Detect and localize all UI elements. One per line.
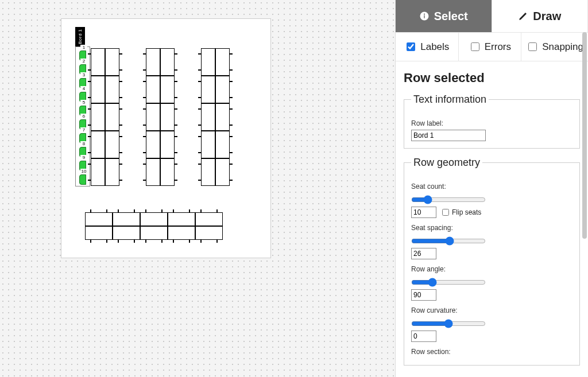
table-group-1[interactable] bbox=[91, 48, 119, 186]
row-angle-label: Row angle: bbox=[411, 265, 572, 273]
seat[interactable] bbox=[146, 76, 160, 103]
seat[interactable] bbox=[160, 131, 175, 158]
toggle-errors-label: Errors bbox=[485, 41, 511, 53]
view-toggles: Labels Errors Snapping bbox=[396, 32, 588, 61]
seat[interactable] bbox=[215, 76, 230, 103]
seat[interactable] bbox=[113, 212, 140, 226]
toggle-labels[interactable]: Labels bbox=[396, 33, 459, 61]
toggle-snapping-checkbox[interactable] bbox=[528, 42, 537, 51]
info-icon bbox=[419, 11, 430, 21]
svg-point-2 bbox=[424, 14, 425, 15]
design-canvas[interactable]: Bord 1 bbox=[0, 0, 395, 377]
seat-count-slider[interactable] bbox=[411, 195, 486, 204]
flip-seats-label: Flip seats bbox=[452, 208, 481, 216]
selected-seat-marker[interactable] bbox=[79, 174, 86, 185]
svg-rect-1 bbox=[424, 15, 425, 18]
selected-row-tag[interactable]: Bord 1 bbox=[75, 27, 85, 46]
seat[interactable] bbox=[146, 158, 160, 186]
seat[interactable] bbox=[160, 103, 175, 131]
seat[interactable] bbox=[201, 131, 215, 158]
seat[interactable] bbox=[140, 226, 168, 240]
row-geometry-group: Row geometry Seat count: Flip seats Seat… bbox=[404, 157, 580, 366]
row-section-label: Row section: bbox=[411, 348, 572, 356]
seat[interactable] bbox=[160, 158, 175, 186]
toggle-snapping[interactable]: Snapping bbox=[521, 33, 588, 61]
seat-number: 5 bbox=[80, 100, 87, 105]
inspector-panel: Select Draw Labels Errors Snapping Row s… bbox=[395, 0, 588, 377]
seat[interactable] bbox=[105, 158, 119, 186]
flip-seats[interactable]: Flip seats bbox=[440, 207, 481, 217]
pencil-icon bbox=[518, 11, 528, 21]
tab-select[interactable]: Select bbox=[396, 0, 492, 32]
seat[interactable] bbox=[146, 103, 160, 131]
tab-draw[interactable]: Draw bbox=[492, 0, 589, 32]
seat[interactable] bbox=[195, 226, 223, 240]
seat[interactable] bbox=[91, 131, 105, 158]
seat[interactable] bbox=[168, 212, 195, 226]
row-label-label: Row label: bbox=[411, 119, 572, 127]
seat[interactable] bbox=[105, 76, 119, 103]
seat-count-label: Seat count: bbox=[411, 182, 572, 191]
flip-seats-checkbox[interactable] bbox=[442, 209, 449, 216]
seat-number: 4 bbox=[80, 86, 87, 91]
seat-spacing-label: Seat spacing: bbox=[411, 224, 572, 232]
seat-number: 6 bbox=[80, 114, 87, 119]
seat[interactable] bbox=[201, 103, 215, 131]
seat[interactable] bbox=[105, 131, 119, 158]
seat[interactable] bbox=[160, 48, 175, 76]
seat[interactable] bbox=[201, 158, 215, 186]
seat[interactable] bbox=[215, 158, 230, 186]
seat-number: 2 bbox=[80, 59, 87, 64]
text-information-group: Text information Row label: bbox=[404, 94, 580, 149]
row-geometry-legend: Row geometry bbox=[411, 157, 482, 169]
table-group-4[interactable] bbox=[85, 212, 223, 240]
seat[interactable] bbox=[195, 212, 223, 226]
seat[interactable] bbox=[215, 131, 230, 158]
table-group-3[interactable] bbox=[201, 48, 230, 186]
seat[interactable] bbox=[168, 226, 195, 240]
seat[interactable] bbox=[113, 226, 140, 240]
seat[interactable] bbox=[91, 103, 105, 131]
seat[interactable] bbox=[85, 212, 113, 226]
toggle-labels-label: Labels bbox=[420, 41, 449, 53]
seat[interactable] bbox=[201, 48, 215, 76]
text-information-legend: Text information bbox=[411, 94, 489, 106]
toggle-errors[interactable]: Errors bbox=[459, 33, 522, 61]
seat[interactable] bbox=[91, 48, 105, 76]
seat[interactable] bbox=[215, 103, 230, 131]
seat[interactable] bbox=[105, 103, 119, 131]
row-curvature-label: Row curvature: bbox=[411, 306, 572, 314]
seat[interactable] bbox=[105, 48, 119, 76]
toggle-errors-checkbox[interactable] bbox=[471, 42, 479, 51]
seat[interactable] bbox=[91, 76, 105, 103]
seat[interactable] bbox=[146, 131, 160, 158]
seat[interactable] bbox=[201, 76, 215, 103]
seat-number: 8 bbox=[80, 141, 87, 146]
seat[interactable] bbox=[91, 158, 105, 186]
tab-draw-label: Draw bbox=[533, 10, 561, 23]
seat-spacing-slider[interactable] bbox=[411, 236, 486, 246]
seat[interactable] bbox=[160, 76, 175, 103]
toggle-labels-checkbox[interactable] bbox=[407, 42, 415, 51]
seat-number: 9 bbox=[80, 155, 87, 160]
tool-tabs: Select Draw bbox=[396, 0, 588, 32]
seat-spacing-input[interactable] bbox=[411, 248, 436, 259]
seat[interactable] bbox=[146, 48, 160, 76]
seat-count-input[interactable] bbox=[411, 207, 436, 218]
seat[interactable] bbox=[140, 212, 168, 226]
seat-number: 3 bbox=[80, 72, 87, 77]
table-group-2[interactable] bbox=[146, 48, 175, 186]
seat-number: 10 bbox=[80, 169, 87, 174]
seat[interactable] bbox=[215, 48, 230, 76]
row-label-input[interactable] bbox=[411, 130, 486, 141]
row-angle-input[interactable] bbox=[411, 289, 436, 301]
toggle-snapping-label: Snapping bbox=[542, 41, 583, 53]
seat[interactable] bbox=[85, 226, 113, 240]
inspector-scroll[interactable]: Row selected Text information Row label:… bbox=[396, 61, 588, 377]
seat-number: 1 bbox=[80, 45, 87, 50]
row-angle-slider[interactable] bbox=[411, 278, 486, 287]
row-curvature-slider[interactable] bbox=[411, 319, 486, 328]
seat-number: 7 bbox=[80, 127, 87, 133]
row-curvature-input[interactable] bbox=[411, 331, 436, 342]
selection-heading: Row selected bbox=[404, 71, 580, 85]
